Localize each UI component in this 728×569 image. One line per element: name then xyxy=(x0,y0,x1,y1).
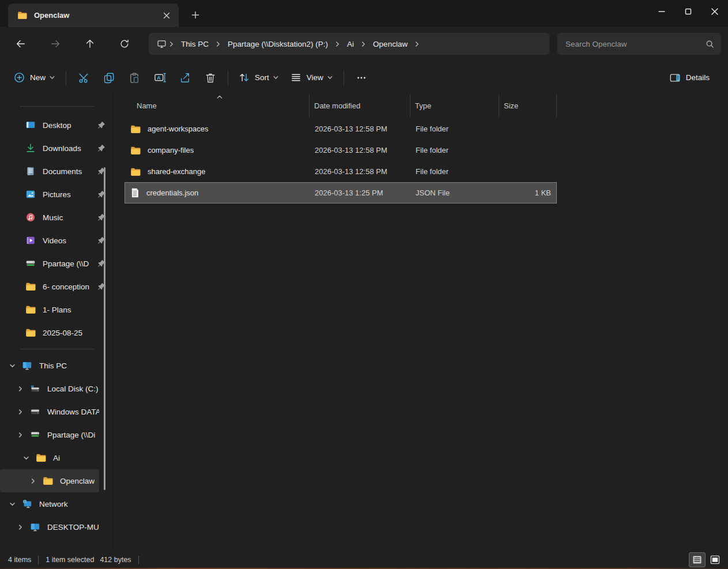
search-input[interactable] xyxy=(565,40,706,48)
trash-icon xyxy=(205,72,216,84)
tree-item-openclaw[interactable]: Openclaw xyxy=(0,469,99,492)
file-list-pane: Name Date modified Type Size agent-works… xyxy=(113,95,728,551)
breadcrumb-ai[interactable]: Ai xyxy=(342,37,359,51)
column-header-date-modified[interactable]: Date modified xyxy=(310,95,410,117)
arrow-left-icon xyxy=(16,39,26,49)
column-header-size[interactable]: Size xyxy=(499,95,557,117)
breadcrumb-chevron[interactable] xyxy=(359,42,368,47)
folder-icon xyxy=(130,167,141,177)
sidebar-item-label: Music xyxy=(43,213,95,222)
tree-item-label: Local Disk (C:) xyxy=(47,385,99,393)
more-options-button[interactable] xyxy=(349,66,374,89)
folder-icon xyxy=(43,476,53,486)
tree-item-this-pc[interactable]: This PC xyxy=(0,354,99,377)
rename-button[interactable]: A xyxy=(147,66,172,89)
sort-ascending-icon xyxy=(217,95,222,99)
chevron-right-icon xyxy=(169,42,174,47)
tree-item-local-disk-c[interactable]: Local Disk (C:) xyxy=(0,377,99,400)
address-bar[interactable]: This PC Ppartage (\\Diskstation2) (P:) A… xyxy=(149,33,549,55)
file-row-credentials-json[interactable]: credentials.json 2026-03-13 1:25 PM JSON… xyxy=(125,182,557,204)
breadcrumb-chevron[interactable] xyxy=(167,42,176,47)
folder-icon xyxy=(130,145,141,156)
plus-circle-icon xyxy=(14,72,25,83)
chevron-right-icon[interactable] xyxy=(14,409,27,415)
details-view-toggle[interactable] xyxy=(689,552,706,567)
forward-button[interactable] xyxy=(45,34,66,54)
search-box xyxy=(557,33,721,55)
tree-item-desktop-mul[interactable]: DESKTOP-MUL xyxy=(0,515,99,538)
svg-text:A: A xyxy=(157,75,161,81)
window-controls xyxy=(648,0,728,27)
tree-item-label: Openclaw xyxy=(60,477,95,485)
sidebar-item-label: Desktop xyxy=(43,121,95,130)
file-row-agent-workspaces[interactable]: agent-workspaces 2026-03-13 12:58 PM Fil… xyxy=(125,118,557,140)
large-icons-view-toggle[interactable] xyxy=(707,552,723,567)
sidebar-item-plans[interactable]: 1- Plans xyxy=(0,298,112,321)
details-button-label: Details xyxy=(686,73,710,82)
explorer-tab[interactable]: Openclaw xyxy=(8,3,179,27)
view-button[interactable]: View xyxy=(285,66,339,89)
chevron-right-icon[interactable] xyxy=(14,524,27,530)
sort-button[interactable]: Sort xyxy=(233,66,285,89)
chevron-down-icon[interactable] xyxy=(20,455,32,461)
sidebar-item-label: 2025-08-25 xyxy=(43,329,105,337)
share-button[interactable] xyxy=(172,66,198,89)
close-icon xyxy=(163,12,170,19)
chevron-down-icon[interactable] xyxy=(6,501,18,507)
tab-close-button[interactable] xyxy=(159,8,174,23)
sidebar-item-conception[interactable]: 6- conception xyxy=(0,275,112,298)
desktop-icon xyxy=(25,120,36,130)
file-type: File folder xyxy=(411,125,500,133)
copy-button[interactable] xyxy=(96,66,122,89)
up-button[interactable] xyxy=(80,34,100,54)
chevron-right-icon xyxy=(216,42,221,47)
items-count: 4 items xyxy=(8,556,31,564)
tree-item-ppartage[interactable]: Ppartage (\\Di xyxy=(0,423,99,446)
downloads-icon xyxy=(25,143,36,153)
file-row-shared-exchange[interactable]: shared-exchange 2026-03-13 12:58 PM File… xyxy=(125,161,557,182)
breadcrumb-chevron[interactable] xyxy=(412,42,422,47)
sidebar-item-videos[interactable]: Videos xyxy=(0,229,112,252)
status-bar: 4 items 1 item selected 412 bytes xyxy=(0,551,728,569)
file-row-company-files[interactable]: company-files 2026-03-13 12:58 PM File f… xyxy=(125,140,557,161)
cut-button[interactable] xyxy=(71,66,96,89)
sidebar-item-label: 6- conception xyxy=(43,282,95,291)
delete-button[interactable] xyxy=(198,66,223,89)
sidebar-item-2025-08-25[interactable]: 2025-08-25 xyxy=(0,321,112,344)
chevron-down-icon[interactable] xyxy=(6,363,18,369)
back-button[interactable] xyxy=(10,34,31,54)
minimize-button[interactable] xyxy=(648,0,675,23)
sidebar-item-documents[interactable]: Documents xyxy=(0,160,112,183)
column-header-type[interactable]: Type xyxy=(410,95,499,117)
breadcrumb-openclaw[interactable]: Openclaw xyxy=(368,37,412,51)
command-toolbar: New A Sort View xyxy=(0,61,728,95)
maximize-button[interactable] xyxy=(675,0,701,23)
close-window-button[interactable] xyxy=(701,0,728,23)
paste-button[interactable] xyxy=(122,66,147,89)
breadcrumb-drive[interactable]: Ppartage (\\Diskstation2) (P:) xyxy=(223,37,333,51)
details-pane-button[interactable]: Details xyxy=(663,66,719,89)
details-pane-icon xyxy=(669,72,681,84)
breadcrumb-chevron[interactable] xyxy=(213,42,223,47)
sidebar-item-pictures[interactable]: Pictures xyxy=(0,183,112,206)
breadcrumb-this-pc[interactable]: This PC xyxy=(176,37,213,51)
breadcrumb-chevron[interactable] xyxy=(333,42,342,47)
sidebar-item-music[interactable]: Music xyxy=(0,206,112,229)
new-tab-button[interactable] xyxy=(186,5,205,25)
folder-icon xyxy=(36,453,46,463)
refresh-button[interactable] xyxy=(114,34,135,54)
new-button[interactable]: New xyxy=(8,66,61,89)
tab-title: Openclaw xyxy=(34,11,159,20)
tree-item-windows-data[interactable]: Windows DATA xyxy=(0,400,99,423)
file-name: company-files xyxy=(148,146,194,155)
chevron-right-icon[interactable] xyxy=(14,386,27,392)
chevron-right-icon[interactable] xyxy=(14,432,27,438)
sidebar-item-desktop[interactable]: Desktop xyxy=(0,114,112,137)
chevron-right-icon[interactable] xyxy=(27,478,39,484)
tree-item-network[interactable]: Network xyxy=(0,492,99,515)
share-icon xyxy=(179,72,191,84)
sidebar-item-ppartage[interactable]: Ppartage (\\D xyxy=(0,252,112,275)
tree-item-ai[interactable]: Ai xyxy=(0,446,99,469)
sidebar-item-downloads[interactable]: Downloads xyxy=(0,137,112,160)
sidebar-scrollbar[interactable] xyxy=(104,167,105,490)
